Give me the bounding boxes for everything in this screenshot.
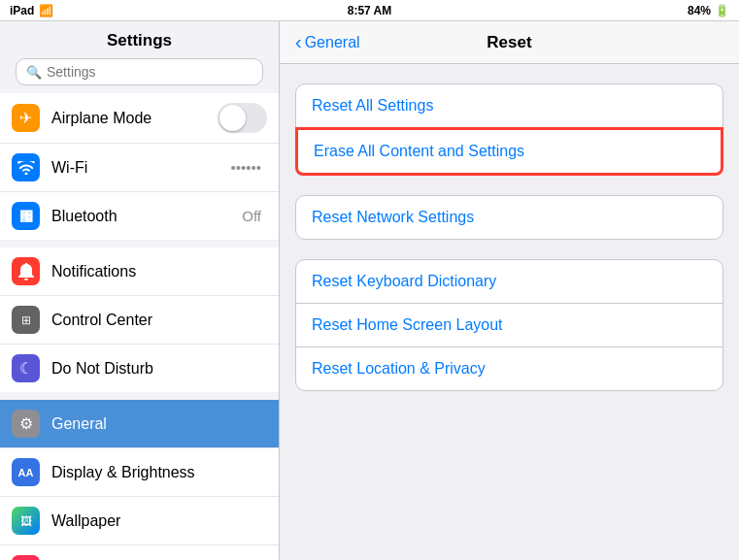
battery-percent: 84% [688,4,711,17]
back-chevron-icon: ‹ [295,31,302,53]
sidebar-item-general[interactable]: ⚙ General [0,400,279,448]
control-center-label: Control Center [51,312,267,329]
bluetooth-icon: ␧ [12,202,40,230]
notifications-label: Notifications [51,263,267,280]
wallpaper-icon: 🖼 [12,507,40,535]
do-not-disturb-label: Do Not Disturb [51,360,267,378]
sidebar-item-control-center[interactable]: ⊞ Control Center [0,296,279,345]
right-header: ‹ General Reset [280,21,739,64]
do-not-disturb-icon: ☾ [12,354,40,382]
right-panel-title: Reset [487,33,531,52]
reset-location-item[interactable]: Reset Location & Privacy [296,347,722,390]
reset-homescreen-item[interactable]: Reset Home Screen Layout [296,304,722,347]
bluetooth-label: Bluetooth [51,208,242,225]
erase-all-content-item[interactable]: Erase All Content and Settings [295,127,723,176]
sidebar-item-bluetooth[interactable]: ␧ Bluetooth Off [0,192,279,240]
reset-keyboard-label: Reset Keyboard Dictionary [312,273,496,289]
erase-all-content-label: Erase All Content and Settings [314,143,524,159]
device-label: iPad [10,4,34,17]
wifi-label: Wi-Fi [51,159,230,177]
status-bar: iPad 📶 8:57 AM 84% 🔋 [0,0,739,21]
back-button[interactable]: ‹ General [295,31,360,53]
back-label: General [305,34,360,51]
airplane-label: Airplane Mode [51,110,218,127]
control-center-icon: ⊞ [12,306,40,334]
wifi-icon [12,153,40,181]
wallpaper-label: Wallpaper [51,512,267,530]
search-input[interactable] [47,64,252,80]
section-other-resets: Reset Keyboard Dictionary Reset Home Scr… [295,259,723,391]
section-reset-erase: Reset All Settings Erase All Content and… [295,83,723,176]
right-panel: ‹ General Reset Reset All Settings Erase… [280,21,739,560]
main-layout: Settings 🔍 ✈ Airplane Mode [0,21,739,560]
bluetooth-value: Off [242,208,261,224]
sidebar-item-notifications[interactable]: Notifications [0,247,279,296]
reset-all-settings-label: Reset All Settings [312,97,433,114]
sidebar-item-airplane[interactable]: ✈ Airplane Mode [0,93,279,144]
alerts-section: Notifications ⊞ Control Center ☾ Do Not … [0,247,279,392]
reset-homescreen-label: Reset Home Screen Layout [312,316,503,333]
right-content: Reset All Settings Erase All Content and… [280,64,739,560]
notifications-icon [12,257,40,285]
battery-icon: 🔋 [715,4,729,17]
reset-all-settings-item[interactable]: Reset All Settings [296,84,722,128]
search-bar[interactable]: 🔍 [16,58,263,85]
airplane-toggle[interactable] [218,103,267,133]
connectivity-section: ✈ Airplane Mode Wi-Fi •••••• [0,93,279,240]
wifi-value: •••••• [230,159,261,176]
sidebar-header: Settings 🔍 [0,21,279,93]
general-icon: ⚙ [12,410,40,438]
general-section: ⚙ General AA Display & Brightness 🖼 Wall… [0,400,279,560]
reset-keyboard-item[interactable]: Reset Keyboard Dictionary [296,260,722,304]
sidebar-list: ✈ Airplane Mode Wi-Fi •••••• [0,93,279,560]
sidebar-item-wifi[interactable]: Wi-Fi •••••• [0,144,279,192]
status-time: 8:57 AM [348,4,392,17]
reset-network-label: Reset Network Settings [312,209,474,225]
sidebar-item-do-not-disturb[interactable]: ☾ Do Not Disturb [0,345,279,392]
general-label: General [51,415,267,433]
reset-network-item[interactable]: Reset Network Settings [296,196,722,239]
search-icon: 🔍 [26,65,42,80]
status-right: 84% 🔋 [688,4,729,17]
section-network: Reset Network Settings [295,195,723,240]
sounds-icon: 🔊 [12,555,40,560]
wifi-icon: 📶 [39,4,53,17]
sidebar-item-sounds[interactable]: 🔊 Sounds [0,545,279,560]
reset-location-label: Reset Location & Privacy [312,360,486,377]
sidebar-title: Settings [16,31,263,50]
sidebar-item-display[interactable]: AA Display & Brightness [0,448,279,497]
airplane-toggle-thumb [219,105,246,131]
display-icon: AA [12,458,40,486]
display-label: Display & Brightness [51,464,267,481]
sidebar-item-wallpaper[interactable]: 🖼 Wallpaper [0,497,279,545]
status-left: iPad 📶 [10,4,53,17]
airplane-icon: ✈ [12,104,40,132]
sidebar: Settings 🔍 ✈ Airplane Mode [0,21,280,560]
